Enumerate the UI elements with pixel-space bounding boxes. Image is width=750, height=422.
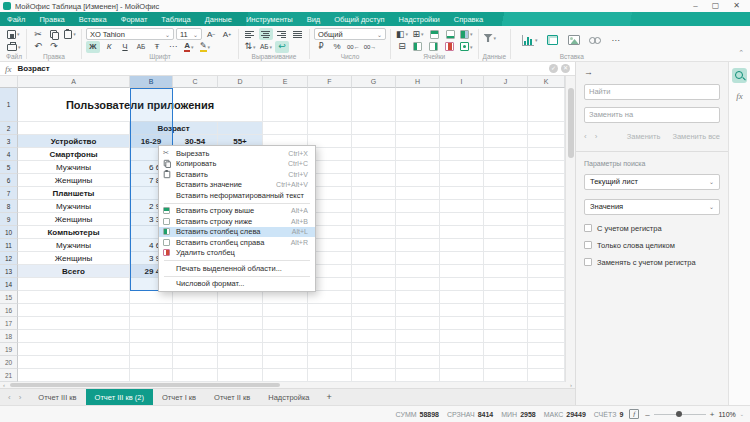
cell-G14[interactable] (352, 278, 396, 291)
cell-G1[interactable] (352, 88, 396, 122)
cell-G18[interactable] (352, 330, 396, 343)
cell-A12[interactable]: Женщины (18, 252, 130, 265)
cell-E17[interactable] (263, 317, 308, 330)
cell-E1[interactable] (263, 88, 308, 122)
sheet-tab-1[interactable]: Отчет III кв (29, 389, 85, 405)
sheet-tab-4[interactable]: Отчет II кв (205, 389, 259, 405)
cell-I4[interactable] (440, 148, 484, 161)
cell-I11[interactable] (440, 239, 484, 252)
cell-H16[interactable] (396, 304, 440, 317)
context-menu-item-delete-column[interactable]: Удалить столбец (159, 248, 315, 259)
font-name-select[interactable]: XO Tahion⌄ (86, 28, 174, 40)
cell-F21[interactable] (308, 369, 352, 382)
column-header-C[interactable]: C (173, 76, 218, 88)
increase-font-size-button[interactable]: A+ (220, 28, 234, 40)
cell-A13[interactable]: Всего (18, 265, 130, 278)
cell-G8[interactable] (352, 200, 396, 213)
cell-H4[interactable] (396, 148, 440, 161)
row-header-16[interactable]: 16 (0, 304, 18, 317)
cell-F17[interactable] (308, 317, 352, 330)
search-scope-select[interactable]: Текущий лист⌄ (584, 174, 720, 190)
search-in-select[interactable]: Значения⌄ (584, 199, 720, 215)
cell-E19[interactable] (263, 343, 308, 356)
row-header-4[interactable]: 4 (0, 148, 18, 161)
font-size-select[interactable]: 11⌄ (176, 28, 202, 40)
cell-K19[interactable] (528, 343, 565, 356)
cell-K2[interactable] (528, 122, 565, 135)
cell-D2[interactable] (218, 122, 263, 135)
cell-K11[interactable] (528, 239, 565, 252)
decrease-decimal-button[interactable]: 00← (346, 41, 361, 53)
align-justify-button[interactable] (291, 28, 305, 40)
row-header-9[interactable]: 9 (0, 213, 18, 226)
insert-more-button[interactable]: ⋯ (609, 34, 623, 46)
insert-row-above-button[interactable] (427, 28, 441, 40)
row-header-7[interactable]: 7 (0, 187, 18, 200)
context-menu-item-print-selection[interactable]: Печать выделенной области... (159, 263, 315, 274)
menubar-item-надстройки[interactable]: Надстройки (392, 12, 447, 26)
sheet-tab-3[interactable]: Отчет I кв (153, 389, 205, 405)
cell-I5[interactable] (440, 161, 484, 174)
cell-B18[interactable] (130, 330, 173, 343)
cell-settings-button[interactable]: ▾ (459, 41, 474, 53)
cell-D20[interactable] (218, 356, 263, 369)
cell-I10[interactable] (440, 226, 484, 239)
cell-K21[interactable] (528, 369, 565, 382)
cell-K20[interactable] (528, 356, 565, 369)
context-menu-item-insert-column-left[interactable]: Вставить столбец слеваAlt+L (159, 227, 315, 238)
cell-H8[interactable] (396, 200, 440, 213)
cell-H9[interactable] (396, 213, 440, 226)
prev-sheet-icon[interactable]: ‹ (8, 393, 11, 402)
column-header-H[interactable]: H (396, 76, 440, 88)
cell-J9[interactable] (484, 213, 528, 226)
insert-column-left-button[interactable] (411, 41, 425, 53)
capitals-button[interactable]: АБ (134, 41, 148, 53)
cell-D17[interactable] (218, 317, 263, 330)
menubar-item-вид[interactable]: Вид (300, 12, 328, 26)
cell-B21[interactable] (130, 369, 173, 382)
underline-button[interactable]: Ч (118, 41, 132, 53)
cell-G4[interactable] (352, 148, 396, 161)
cell-I6[interactable] (440, 174, 484, 187)
cell-D16[interactable] (218, 304, 263, 317)
find-input[interactable] (584, 84, 720, 100)
checkbox-option-3[interactable]: Заменять с учетом регистра (584, 258, 720, 267)
cell-H5[interactable] (396, 161, 440, 174)
cell-A21[interactable] (18, 369, 130, 382)
scroll-right-icon[interactable]: › (567, 382, 575, 388)
print-button[interactable]: ▾ (6, 41, 22, 53)
more-font-styles-button[interactable]: ⋯ (166, 41, 180, 53)
cell-B15[interactable] (130, 291, 173, 304)
cell-G21[interactable] (352, 369, 396, 382)
cell-A20[interactable] (18, 356, 130, 369)
cell-G12[interactable] (352, 252, 396, 265)
cell-I18[interactable] (440, 330, 484, 343)
cell-J7[interactable] (484, 187, 528, 200)
cell-K14[interactable] (528, 278, 565, 291)
cell-C17[interactable] (173, 317, 218, 330)
increase-decimal-button[interactable]: 00→ (363, 41, 378, 53)
cell-G15[interactable] (352, 291, 396, 304)
select-all-corner[interactable] (0, 76, 18, 88)
replace-input[interactable] (584, 107, 720, 123)
cell-G5[interactable] (352, 161, 396, 174)
cell-I21[interactable] (440, 369, 484, 382)
cell-K17[interactable] (528, 317, 565, 330)
context-menu-item-paste[interactable]: ВставитьCtrl+V (159, 169, 315, 180)
row-header-14[interactable]: 14 (0, 278, 18, 291)
cell-K15[interactable] (528, 291, 565, 304)
cell-D18[interactable] (218, 330, 263, 343)
cell-I20[interactable] (440, 356, 484, 369)
menubar-item-таблица[interactable]: Таблица (154, 12, 197, 26)
cell-C21[interactable] (173, 369, 218, 382)
italic-button[interactable]: К (102, 41, 116, 53)
row-header-20[interactable]: 20 (0, 356, 18, 369)
cell-H17[interactable] (396, 317, 440, 330)
cell-J18[interactable] (484, 330, 528, 343)
menubar-item-файл[interactable]: Файл (0, 12, 32, 26)
row-header-3[interactable]: 3 (0, 135, 18, 148)
cell-D21[interactable] (218, 369, 263, 382)
cell-A9[interactable]: Женщины (18, 213, 130, 226)
delete-cells-button[interactable] (443, 41, 457, 53)
checkbox-option-2[interactable]: Только слова целиком (584, 241, 720, 250)
